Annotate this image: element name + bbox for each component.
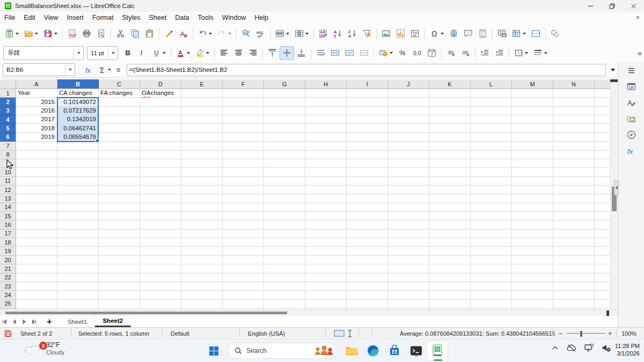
cell-N1[interactable]	[553, 89, 595, 98]
cell-A16[interactable]	[16, 220, 57, 229]
copy-button[interactable]	[128, 27, 142, 41]
cell-L25[interactable]	[471, 300, 512, 308]
expand-formula-bar-icon[interactable]	[606, 69, 618, 71]
network-icon[interactable]	[584, 344, 594, 352]
cell-I18[interactable]	[347, 238, 388, 247]
edge-browser-icon[interactable]	[362, 341, 384, 361]
cell-H16[interactable]	[305, 220, 347, 229]
zoom-in-button[interactable]: +	[608, 328, 612, 339]
cell-I20[interactable]	[347, 256, 388, 264]
cut-button[interactable]	[113, 27, 128, 41]
redo-button[interactable]	[215, 27, 234, 41]
cell-M19[interactable]	[512, 247, 553, 255]
cell-F20[interactable]	[223, 256, 264, 264]
column-header-K[interactable]: K	[429, 79, 471, 89]
first-sheet-button[interactable]	[0, 317, 10, 327]
cell-L23[interactable]	[471, 282, 512, 291]
cell-L18[interactable]	[471, 238, 512, 247]
sort-ascending-button[interactable]: AZ	[331, 27, 345, 41]
cell-M8[interactable]	[512, 151, 553, 159]
vertical-split-handle[interactable]	[610, 79, 618, 82]
cell-F7[interactable]	[223, 142, 264, 150]
cell-B6[interactable]: 0.06554579	[57, 133, 99, 142]
cell-L9[interactable]	[471, 159, 512, 168]
name-box[interactable]: B2:B6	[3, 63, 75, 76]
cell-A1[interactable]: Year	[16, 89, 57, 98]
cell-G22[interactable]	[264, 274, 305, 282]
border-style-dropdown-icon[interactable]	[544, 52, 547, 54]
start-button[interactable]	[203, 341, 224, 361]
restore-button[interactable]	[601, 0, 623, 12]
column-header-A[interactable]: A	[16, 79, 57, 89]
cell-D14[interactable]	[140, 203, 181, 212]
selection-summary[interactable]: Selected: 5 rows, 1 column	[78, 328, 149, 339]
horizontal-scrollbar[interactable]	[0, 309, 618, 316]
save-dropdown-icon[interactable]	[54, 33, 57, 35]
insert-column-button[interactable]	[292, 27, 311, 41]
sidebar-properties-button[interactable]	[618, 78, 644, 94]
cell-A5[interactable]: 2018	[16, 124, 57, 132]
cell-N6[interactable]	[553, 133, 595, 142]
sheet-tab-sheet1[interactable]: Sheet1	[60, 316, 95, 327]
cell-A21[interactable]	[16, 264, 57, 273]
cell-E19[interactable]	[181, 247, 223, 255]
weather-widget[interactable]: 3 32°F Cloudy	[24, 341, 64, 357]
open-button[interactable]	[21, 27, 41, 41]
find-replace-button[interactable]: ad	[239, 27, 253, 41]
cell-G19[interactable]	[264, 247, 305, 255]
cell-C3[interactable]	[99, 107, 140, 115]
cell-C23[interactable]	[99, 282, 140, 291]
cell-B14[interactable]	[57, 203, 99, 212]
sidebar-sidebar-settings-button[interactable]	[618, 62, 644, 78]
cell-J10[interactable]	[388, 168, 429, 176]
menu-help[interactable]: Help	[250, 12, 273, 24]
cell-G24[interactable]	[264, 291, 305, 299]
cell-M10[interactable]	[512, 168, 553, 176]
close-button[interactable]	[623, 0, 644, 12]
border-style-button[interactable]	[531, 46, 550, 60]
cell-K5[interactable]	[429, 124, 471, 132]
cell-D3[interactable]	[140, 107, 181, 115]
next-sheet-button[interactable]	[19, 317, 29, 327]
cell-H15[interactable]	[305, 212, 347, 220]
libreoffice-calc-taskbar-icon[interactable]	[427, 341, 448, 361]
cell-B15[interactable]	[57, 212, 99, 220]
row-header-15[interactable]: 15	[0, 212, 16, 220]
cell-N20[interactable]	[553, 256, 595, 264]
split-window-button[interactable]	[529, 27, 543, 41]
cell-J16[interactable]	[388, 220, 429, 229]
row-header-9[interactable]: 9	[0, 159, 16, 168]
column-header-H[interactable]: H	[305, 79, 347, 89]
cell-G7[interactable]	[264, 142, 305, 150]
row-header-19[interactable]: 19	[0, 247, 16, 255]
column-header-L[interactable]: L	[471, 79, 512, 89]
cell-I7[interactable]	[347, 142, 388, 150]
cell-C6[interactable]	[99, 133, 140, 142]
row-header-1[interactable]: 1	[0, 89, 16, 98]
cell-B11[interactable]	[57, 177, 99, 186]
zoom-slider-thumb[interactable]	[580, 330, 583, 337]
cell-E24[interactable]	[181, 291, 223, 299]
font-color-dropdown-icon[interactable]	[187, 52, 190, 54]
cell-M15[interactable]	[512, 212, 553, 220]
cell-F10[interactable]	[223, 168, 264, 176]
cell-I23[interactable]	[347, 282, 388, 291]
increase-indent-button[interactable]	[478, 46, 492, 60]
row-header-16[interactable]: 16	[0, 220, 16, 229]
file-explorer-icon[interactable]	[341, 341, 362, 361]
cell-N21[interactable]	[553, 264, 595, 273]
cell-H13[interactable]	[305, 194, 347, 203]
cell-N10[interactable]	[553, 168, 595, 176]
close-document-icon[interactable]: ×	[636, 14, 640, 21]
open-dropdown-icon[interactable]	[35, 33, 38, 35]
cell-K1[interactable]	[429, 89, 471, 98]
cell-I13[interactable]	[347, 194, 388, 203]
new-document-dropdown-icon[interactable]	[16, 33, 19, 35]
cell-N11[interactable]	[553, 177, 595, 186]
column-header-I[interactable]: I	[347, 79, 388, 89]
cell-D12[interactable]	[140, 186, 181, 194]
cell-J22[interactable]	[388, 274, 429, 282]
cell-E22[interactable]	[181, 274, 223, 282]
cell-K13[interactable]	[429, 194, 471, 203]
cell-D11[interactable]	[140, 177, 181, 186]
